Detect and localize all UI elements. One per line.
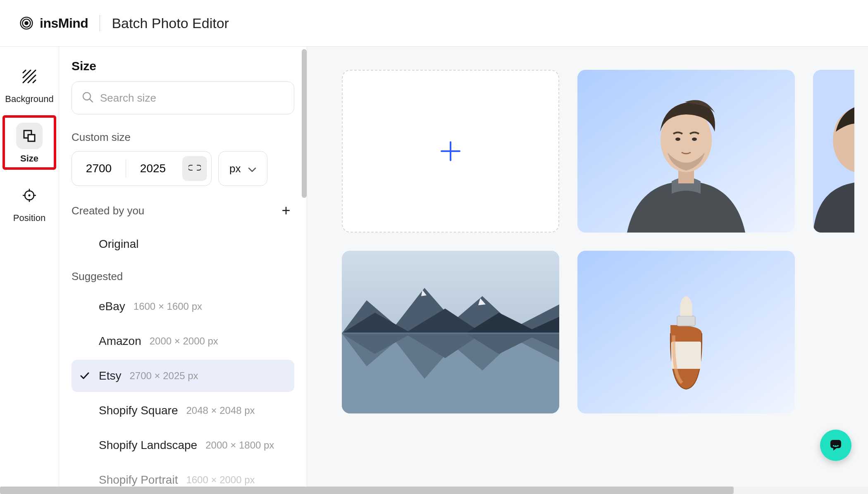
sidebar-item-position[interactable]: Position — [4, 178, 55, 226]
size-dims: 2048 × 2048 px — [186, 405, 255, 416]
link-dimensions-button[interactable] — [182, 156, 207, 181]
size-name: eBay — [99, 300, 125, 313]
image-tile-partial[interactable] — [813, 70, 854, 233]
image-tile[interactable] — [342, 251, 559, 413]
plus-icon — [440, 140, 461, 162]
hatch-icon — [16, 63, 43, 90]
size-name: Shopify Landscape — [99, 439, 197, 452]
unit-label: px — [229, 162, 241, 175]
search-size[interactable] — [72, 81, 294, 114]
suggested-label: Suggested — [72, 270, 294, 283]
header-divider — [100, 15, 100, 31]
check-icon — [79, 372, 91, 380]
size-name: Shopify Portrait — [99, 473, 178, 487]
size-dims: 1600 × 2000 px — [186, 474, 255, 486]
created-size-list: Original — [72, 228, 294, 260]
tool-sidebar: Background Size Position — [0, 47, 59, 494]
chevron-down-icon — [248, 162, 256, 175]
sidebar-item-background[interactable]: Background — [4, 59, 55, 107]
svg-line-5 — [23, 70, 26, 73]
add-custom-size-button[interactable]: + — [278, 202, 294, 219]
panel-title: Size — [72, 59, 294, 73]
size-name: Amazon — [99, 335, 141, 348]
size-option-shopify-square[interactable]: Shopify Square 2048 × 2048 px — [72, 394, 294, 427]
sidebar-item-label: Size — [20, 153, 38, 164]
scrollbar-thumb[interactable] — [0, 487, 734, 494]
svg-rect-32 — [677, 316, 695, 326]
size-dims: 2000 × 2000 px — [150, 335, 218, 347]
svg-point-15 — [29, 195, 31, 197]
sidebar-item-label: Background — [5, 94, 53, 104]
chat-icon — [828, 437, 843, 454]
dimension-group — [72, 151, 212, 186]
custom-size-label: Custom size — [72, 131, 294, 144]
crosshair-icon — [16, 182, 43, 209]
app-header: insMind Batch Photo Editor — [0, 0, 868, 47]
size-dims: 2700 × 2025 px — [129, 370, 198, 382]
width-input[interactable] — [72, 162, 126, 175]
svg-line-7 — [33, 80, 36, 83]
search-input[interactable] — [100, 92, 284, 104]
svg-rect-29 — [342, 332, 559, 334]
svg-point-23 — [675, 138, 680, 141]
image-tile[interactable] — [577, 251, 795, 413]
main-layout: Background Size Position — [0, 47, 868, 494]
unit-select[interactable]: px — [218, 151, 267, 186]
plus-icon: + — [281, 202, 290, 219]
canvas-grid — [307, 47, 868, 494]
suggested-size-list: eBay 1600 × 1600 px Amazon 2000 × 2000 p… — [72, 290, 294, 494]
page-title: Batch Photo Editor — [112, 15, 229, 31]
size-option-etsy[interactable]: Etsy 2700 × 2025 px — [72, 360, 294, 392]
size-option-original[interactable]: Original — [72, 228, 294, 260]
brand-logo-icon — [20, 17, 33, 30]
custom-size-row: px — [72, 151, 294, 186]
size-icon — [16, 123, 43, 149]
svg-point-2 — [24, 21, 29, 25]
svg-rect-9 — [28, 135, 35, 141]
size-name: Shopify Square — [99, 404, 178, 417]
brand-name: insMind — [40, 16, 88, 31]
search-icon — [82, 91, 93, 104]
size-option-amazon[interactable]: Amazon 2000 × 2000 px — [72, 325, 294, 357]
size-name: Etsy — [99, 369, 121, 382]
size-dims: 1600 × 1600 px — [134, 301, 202, 312]
size-panel: Size Custom size px — [59, 47, 307, 494]
support-chat-button[interactable] — [820, 430, 851, 461]
sidebar-item-size[interactable]: Size — [4, 119, 55, 166]
add-image-tile[interactable] — [342, 70, 559, 233]
sidebar-item-label: Position — [13, 213, 45, 223]
link-icon — [188, 164, 201, 173]
size-option-shopify-landscape[interactable]: Shopify Landscape 2000 × 1800 px — [72, 429, 294, 461]
created-by-you-label: Created by you — [72, 204, 144, 217]
svg-line-17 — [90, 99, 93, 102]
horizontal-scrollbar[interactable] — [0, 487, 868, 494]
brand-logo[interactable]: insMind — [20, 16, 88, 31]
svg-point-24 — [692, 138, 697, 141]
size-option-ebay[interactable]: eBay 1600 × 1600 px — [72, 290, 294, 323]
height-input[interactable] — [126, 162, 180, 175]
size-dims: 2000 × 1800 px — [205, 439, 274, 451]
size-name: Original — [99, 238, 138, 251]
image-tile[interactable] — [577, 70, 795, 233]
